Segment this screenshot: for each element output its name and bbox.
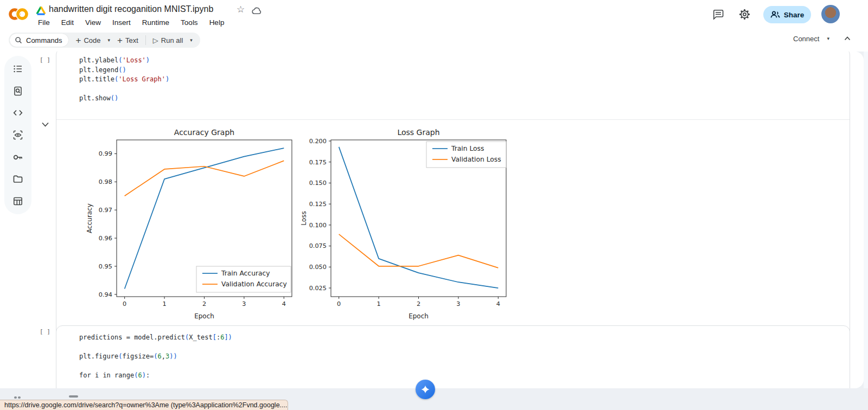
commands-label: Commands: [26, 36, 62, 44]
chevron-up-icon[interactable]: [843, 34, 852, 43]
code-line[interactable]: for i in range(6):: [79, 371, 850, 381]
svg-text:0.94: 0.94: [99, 291, 112, 298]
sidebar-item-data-table[interactable]: [12, 195, 24, 207]
footer-mark: [14, 396, 17, 399]
table-of-contents-icon: [12, 63, 23, 74]
code-line[interactable]: [79, 362, 850, 371]
svg-text:0.100: 0.100: [309, 222, 327, 229]
svg-text:0.99: 0.99: [99, 150, 112, 157]
cloud-save-icon[interactable]: [251, 6, 263, 15]
folder-icon: [12, 174, 23, 184]
share-button[interactable]: Share: [763, 6, 811, 23]
sidebar-item-code-snippets[interactable]: [12, 107, 24, 119]
notebook-title[interactable]: handwritten digit recoganition MNIST.ipy…: [49, 4, 213, 14]
cell-execution-indicator[interactable]: [ ]: [40, 328, 50, 335]
data-table-icon: [12, 196, 23, 207]
svg-text:3: 3: [242, 300, 246, 308]
svg-text:Accuracy Graph: Accuracy Graph: [174, 128, 234, 137]
svg-text:0.050: 0.050: [309, 264, 327, 271]
notebook-toolbar: Commands + Code ▾ + Text ▷ Run all ▾ Con…: [0, 31, 868, 52]
svg-text:0.075: 0.075: [309, 242, 327, 249]
gemini-fab-button[interactable]: [416, 380, 435, 399]
svg-text:0.96: 0.96: [99, 235, 112, 242]
footer-mark: [69, 395, 78, 398]
commands-search[interactable]: Commands: [10, 34, 68, 47]
menu-item-runtime[interactable]: Runtime: [142, 18, 169, 27]
svg-text:Train Accuracy: Train Accuracy: [221, 270, 270, 277]
settings-gear-icon[interactable]: [738, 8, 751, 21]
svg-text:1: 1: [376, 300, 380, 308]
run-all-button[interactable]: ▷ Run all: [153, 36, 183, 44]
avatar[interactable]: [821, 5, 840, 23]
svg-text:Epoch: Epoch: [194, 312, 214, 320]
code-editor[interactable]: plt.ylabel('Loss')plt.legend()plt.title(…: [56, 52, 850, 104]
svg-text:0.175: 0.175: [309, 159, 327, 166]
svg-text:Train Loss: Train Loss: [451, 145, 484, 152]
code-editor[interactable]: predictions = model.predict(X_test[:6]) …: [56, 326, 850, 381]
code-line[interactable]: plt.ylabel('Loss'): [79, 56, 850, 66]
page-background-strip: [864, 52, 868, 388]
sidebar-item-find-replace[interactable]: [12, 85, 24, 97]
chevron-down-icon[interactable]: [41, 121, 49, 128]
svg-text:1: 1: [162, 300, 166, 308]
connect-dropdown-caret[interactable]: ▾: [827, 36, 829, 41]
add-text-button[interactable]: + Text: [117, 36, 138, 45]
code-cell-2: predictions = model.predict(X_test[:6]) …: [56, 325, 850, 388]
svg-text:0.025: 0.025: [309, 285, 327, 292]
plus-icon: +: [117, 36, 123, 45]
menu-item-edit[interactable]: Edit: [61, 18, 74, 27]
variable-inspector-eye-icon: [12, 130, 23, 140]
svg-text:3: 3: [456, 300, 460, 308]
add-code-button[interactable]: + Code: [75, 36, 100, 45]
add-text-label: Text: [125, 36, 138, 44]
toolbar-divider: [145, 35, 146, 45]
code-line[interactable]: plt.legend(): [79, 66, 850, 75]
menu-item-help[interactable]: Help: [209, 18, 225, 27]
svg-text:0: 0: [123, 300, 126, 308]
menu-item-file[interactable]: File: [38, 18, 50, 27]
toolbar-pill: Commands + Code ▾ + Text ▷ Run all ▾: [9, 33, 200, 48]
svg-text:Epoch: Epoch: [409, 312, 429, 320]
sidebar-item-files[interactable]: [12, 173, 24, 185]
cell-execution-indicator[interactable]: [ ]: [40, 56, 50, 63]
code-line[interactable]: [79, 85, 850, 94]
drive-icon: [36, 6, 46, 15]
svg-text:0.98: 0.98: [99, 178, 112, 185]
menu-item-view[interactable]: View: [85, 18, 101, 27]
sidebar-item-table-of-contents[interactable]: [12, 63, 24, 75]
add-code-dropdown-caret[interactable]: ▾: [107, 37, 110, 43]
connect-button[interactable]: Connect: [793, 35, 819, 43]
find-replace-icon: [12, 86, 23, 97]
svg-text:0.95: 0.95: [99, 263, 112, 270]
star-icon[interactable]: ☆: [237, 4, 245, 15]
code-line[interactable]: [79, 343, 850, 353]
sidebar-item-variable-inspector[interactable]: [12, 129, 24, 141]
run-all-dropdown-caret[interactable]: ▾: [190, 37, 193, 43]
svg-text:2: 2: [202, 300, 206, 308]
code-line[interactable]: predictions = model.predict(X_test[:6]): [79, 333, 850, 343]
svg-text:0: 0: [337, 300, 341, 308]
code-snippets-icon: [12, 107, 23, 118]
colab-logo-icon[interactable]: [8, 7, 29, 22]
sidebar-item-secrets[interactable]: [12, 151, 24, 163]
svg-text:0.200: 0.200: [309, 138, 327, 145]
comment-icon[interactable]: [712, 9, 724, 21]
add-code-label: Code: [84, 36, 100, 44]
menu-item-tools[interactable]: Tools: [181, 18, 198, 27]
svg-text:Validation Accuracy: Validation Accuracy: [221, 280, 287, 288]
svg-text:Loss: Loss: [300, 211, 308, 225]
svg-text:0.150: 0.150: [309, 180, 327, 187]
svg-text:Loss Graph: Loss Graph: [397, 128, 439, 137]
code-line[interactable]: plt.figure(figsize=(6,3)): [79, 352, 850, 362]
svg-text:0.125: 0.125: [309, 201, 327, 208]
gemini-sparkle-icon: [419, 383, 432, 396]
cell-output-divider: [56, 119, 850, 120]
svg-text:2: 2: [417, 300, 420, 308]
menu-item-insert[interactable]: Insert: [112, 18, 131, 27]
notebook-main-panel: [ ] plt.ylabel('Loss')plt.legend()plt.ti…: [0, 52, 864, 388]
link-status-tooltip: https://drive.google.com/drive/search?q=…: [0, 400, 288, 410]
svg-text:Validation Loss: Validation Loss: [451, 156, 501, 163]
code-line[interactable]: plt.show(): [79, 94, 850, 104]
code-line[interactable]: plt.title('Loss Graph'): [79, 75, 850, 85]
matplotlib-figure: 0.940.950.960.970.980.9901234Accuracy Gr…: [73, 122, 512, 322]
